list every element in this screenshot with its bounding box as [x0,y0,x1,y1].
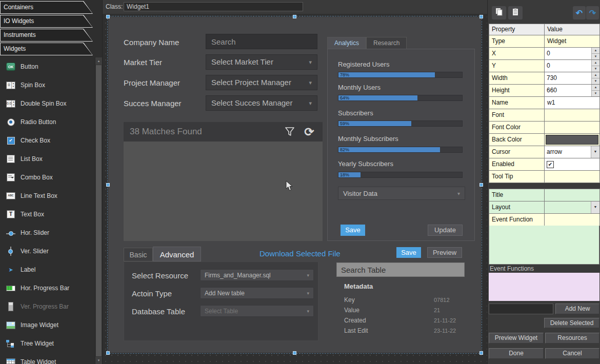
palette-item-label-widget[interactable]: ➤ Label [0,260,95,279]
select-arrow-icon[interactable]: ▼ [591,146,599,158]
add-new-button[interactable]: Add New [555,304,599,314]
copy-button[interactable] [492,6,506,19]
width-spinbox[interactable]: 730 ▲▼ [545,72,600,85]
metric-label: Monthly Users [338,84,381,91]
select-arrow-icon[interactable]: ▼ [591,201,599,213]
property-name: Width [489,72,545,85]
scroll-down-button[interactable]: ▼ [95,357,102,364]
preview-widget-button[interactable]: Preview Widget [489,333,544,343]
redo-button[interactable]: ↷ [586,6,599,19]
selection-handle-top-right[interactable] [479,15,483,18]
palette-item-text-box[interactable]: T Text Box [0,205,95,224]
scroll-up-button[interactable]: ▲ [95,57,102,65]
tool-tip-value[interactable] [545,171,600,183]
tab-research[interactable]: Research [366,37,407,49]
selection-handle-bottom-mid[interactable] [293,351,296,355]
download-selected-file-link[interactable]: Download Selected File [259,249,341,258]
event-functions-list[interactable] [489,273,599,301]
designed-widget[interactable]: Company Name Market Tier Select Market T… [108,17,481,353]
tab-advanced[interactable]: Advanced [153,247,201,261]
y-spinbox[interactable]: 0 ▲▼ [545,60,600,72]
palette-item-button[interactable]: OK Button [0,57,95,76]
selection-handle-top-mid[interactable] [293,15,296,18]
selection-handle-bottom-right[interactable] [479,351,483,355]
height-spinbox[interactable]: 660 ▲▼ [545,85,600,97]
scrollbar-thumb[interactable] [96,65,102,356]
palette-item-ver-slider[interactable]: Ver. Slider [0,242,95,260]
delete-selected-button[interactable]: Delete Selected [544,318,599,328]
done-button[interactable]: Done [489,348,544,359]
select-resource-dropdown[interactable]: Firms_and_Manager.sql ▾ [200,269,314,281]
font-value[interactable] [545,109,600,122]
palette-item-combo-box[interactable]: Combo Box [0,168,95,187]
selection-handle-mid-right[interactable] [479,183,483,187]
palette-item-tree-widget[interactable]: Tree Widget [0,334,95,353]
properties-panel: ↶ ↷ Property Value Type Widget X 0 ▲▼ Y [487,0,600,364]
name-input[interactable]: w1 [545,97,600,109]
paste-button[interactable] [508,6,523,19]
widget-palette-sidebar: Containers IO Widgets Instruments Widget… [0,0,103,364]
tab-analytics[interactable]: Analytics [327,37,366,49]
bottom-preview-button[interactable]: Preview [427,247,462,258]
palette-item-list-box[interactable]: List Box [0,150,95,168]
palette-item-radio-button[interactable]: Radio Button [0,113,95,131]
company-search-input[interactable] [206,34,317,49]
back-color-value[interactable] [545,134,600,146]
selection-handle-bottom-left[interactable] [106,351,110,355]
title-value[interactable] [545,189,600,201]
layout-property-grid: Title Layout ▼ Event Function [489,189,600,226]
enabled-checkbox[interactable]: ✔ [547,161,554,168]
sidebar-section-containers[interactable]: Containers [0,1,94,14]
visitor-data-dropdown[interactable]: Visitor Data ▾ [338,187,465,200]
selection-handle-mid-left[interactable] [106,183,110,187]
undo-button[interactable]: ↶ [573,6,586,19]
palette-item-hor-progress-bar[interactable]: Hor. Progress Bar [0,279,95,297]
action-type-dropdown[interactable]: Add New table ▾ [200,287,314,299]
sidebar-scrollbar[interactable]: ▲ ▼ [95,57,102,364]
layout-select[interactable]: ▼ [545,201,600,214]
palette-item-line-text-box[interactable]: ABC Line Text Box [0,187,95,205]
font-color-value[interactable] [545,122,600,134]
property-row-title: Title [489,189,600,201]
spin-down-icon: ▼ [592,78,599,84]
enabled-value[interactable]: ✔ [545,158,600,171]
analytics-panel: Registered Users 78% Monthly Users 64% S… [327,49,475,241]
x-spinbox[interactable]: 0 ▲▼ [545,48,600,60]
palette-item-table-widget[interactable]: Table Widget [0,353,95,364]
sidebar-section-widgets[interactable]: Widgets [0,43,94,55]
spinner-buttons[interactable]: ▲▼ [591,60,599,72]
table-widget-icon [6,357,15,364]
analytics-update-button[interactable]: Update [428,225,463,236]
spinner-buttons[interactable]: ▲▼ [591,72,599,84]
resources-button[interactable]: Resources [545,333,599,343]
refresh-icon[interactable]: ⟳ [302,125,316,139]
event-function-value[interactable] [545,214,600,226]
bottom-save-button[interactable]: Save [396,247,421,258]
analytics-save-button[interactable]: Save [341,225,365,236]
tab-basic[interactable]: Basic [124,248,153,261]
palette-item-spin-box[interactable]: 0▲▼ Spin Box [0,76,95,94]
spinner-buttons[interactable]: ▲▼ [591,85,599,96]
progress-bar-monthly-users: 64% [338,95,463,101]
sidebar-section-io-widgets[interactable]: IO Widgets [0,15,94,28]
event-function-name-input[interactable] [489,304,553,314]
cursor-select[interactable]: arrow ▼ [545,146,600,158]
search-table-input[interactable] [336,262,465,277]
filter-icon[interactable] [283,125,297,139]
palette-item-image-widget[interactable]: Image Widget [0,316,95,334]
market-tier-dropdown[interactable]: Select Market Tier ▾ [206,54,317,70]
selection-handle-top-left[interactable] [106,15,110,18]
color-swatch[interactable] [546,135,598,145]
success-manager-dropdown[interactable]: Select Succes Manager ▾ [206,95,317,111]
property-row-event-function: Event Function [489,214,600,226]
class-name-input[interactable] [124,2,303,11]
spinner-buttons[interactable]: ▲▼ [591,48,599,59]
palette-item-label: Ver. Progress Bar [21,303,69,310]
sidebar-section-instruments[interactable]: Instruments [0,29,94,42]
palette-item-check-box[interactable]: ✔ Check Box [0,131,95,150]
palette-item-double-spin-box[interactable]: 0.0▲▼ Double Spin Box [0,94,95,113]
project-manager-dropdown[interactable]: Select Project Manager ▾ [206,75,317,90]
property-name: X [489,48,545,60]
palette-item-hor-slider[interactable]: Hor. Slider [0,224,95,242]
cancel-button[interactable]: Cancel [545,348,599,359]
